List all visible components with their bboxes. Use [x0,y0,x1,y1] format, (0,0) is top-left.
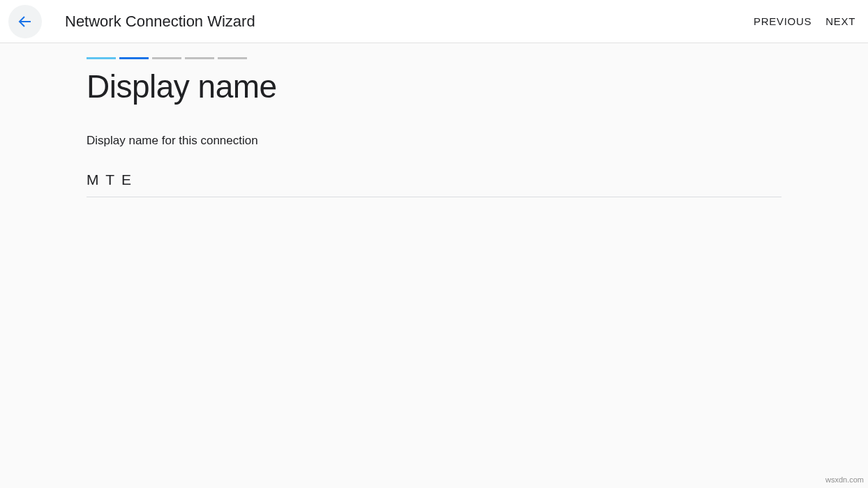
header-actions: PREVIOUS NEXT [754,15,855,27]
app-header: Network Connection Wizard PREVIOUS NEXT [0,0,868,43]
back-button[interactable] [8,5,42,38]
progress-step-5 [218,57,247,59]
watermark: wsxdn.com [825,475,864,484]
arrow-left-icon [17,13,33,30]
progress-step-1 [87,57,116,59]
previous-button[interactable]: PREVIOUS [754,15,811,27]
display-name-input[interactable] [87,169,781,197]
main-content: Display name Display name for this conne… [0,43,868,197]
progress-step-2 [119,57,149,59]
progress-step-3 [152,57,181,59]
app-title: Network Connection Wizard [65,13,255,31]
header-left-group: Network Connection Wizard [7,5,255,38]
input-wrapper [87,169,781,197]
next-button[interactable]: NEXT [825,15,855,27]
display-name-label: Display name for this connection [87,134,781,148]
progress-indicator [87,57,781,59]
progress-step-4 [185,57,214,59]
page-heading: Display name [87,68,781,106]
